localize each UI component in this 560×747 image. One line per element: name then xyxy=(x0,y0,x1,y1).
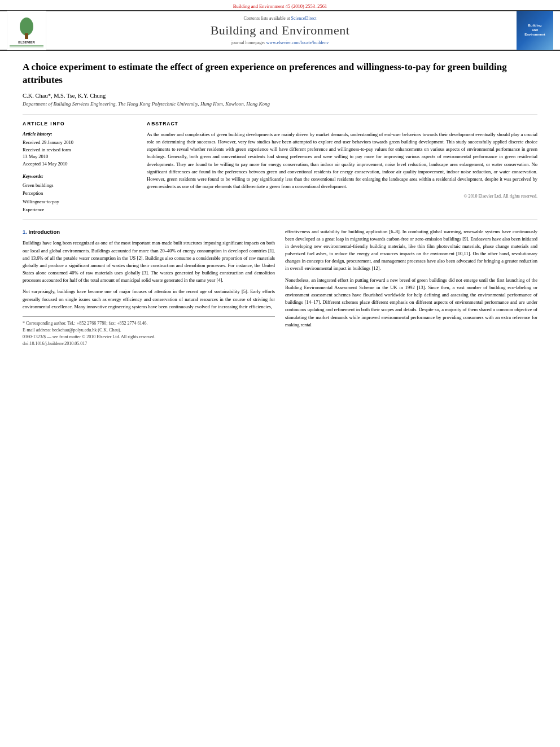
accepted-date: Accepted 14 May 2010 xyxy=(23,160,135,168)
keyword-1: Green buildings xyxy=(23,181,135,189)
journal-header: ELSEVIER Contents lists available at Sci… xyxy=(0,10,560,51)
section-number: 1. xyxy=(23,229,27,235)
body-section: 1. Introduction Buildings have long been… xyxy=(23,228,537,347)
footnote-issn: 0360-1323/$ — see front matter © 2010 El… xyxy=(23,334,275,340)
elsevier-logo: ELSEVIER xyxy=(7,11,46,50)
abstract-heading: Abstract xyxy=(147,121,537,126)
section-title-text: Introduction xyxy=(29,229,60,235)
article-info-column: Article Info Article history: Received 2… xyxy=(23,121,135,214)
abstract-column: Abstract As the number and complexities … xyxy=(147,121,537,214)
journal-ref-text: Building and Environment 45 (2010) 2553–… xyxy=(233,3,327,9)
keywords-section: Keywords: Green buildings Perception Wil… xyxy=(23,173,135,214)
sciencedirect-label: Contents lists available at ScienceDirec… xyxy=(7,16,553,21)
keyword-4: Experience xyxy=(23,206,135,213)
journal-homepage-link[interactable]: www.elsevier.com/locate/buildenv xyxy=(266,40,329,45)
footnote-corresponding: * Corresponding author. Tel.: +852 2766 … xyxy=(23,320,275,327)
body-right-column: effectiveness and suitability for buildi… xyxy=(285,228,537,347)
body-left-column: 1. Introduction Buildings have long been… xyxy=(23,228,275,347)
right-paragraph-2: Nonetheless, an integrated effort in put… xyxy=(285,277,537,329)
footnotes: * Corresponding author. Tel.: +852 2766 … xyxy=(23,316,275,347)
journal-reference: Building and Environment 45 (2010) 2553–… xyxy=(0,0,560,10)
received-revised-label: Received in revised form xyxy=(23,146,135,154)
keyword-2: Perception xyxy=(23,189,135,197)
article-history: Received 29 January 2010 Received in rev… xyxy=(23,139,135,168)
received-date: Received 29 January 2010 xyxy=(23,139,135,146)
keyword-3: Willingness-to-pay xyxy=(23,198,135,206)
authors: C.K. Chau*, M.S. Tse, K.Y. Chung xyxy=(23,93,537,99)
svg-rect-2 xyxy=(25,33,28,39)
copyright: © 2010 Elsevier Ltd. All rights reserved… xyxy=(147,194,537,199)
journal-homepage: journal homepage: www.elsevier.com/locat… xyxy=(7,40,553,45)
main-content: A choice experiment to estimate the effe… xyxy=(0,51,560,353)
right-paragraph-1: effectiveness and suitability for buildi… xyxy=(285,228,537,273)
abstract-text: As the number and complexities of green … xyxy=(147,131,537,190)
history-label: Article history: xyxy=(23,131,135,137)
paper-title: A choice experiment to estimate the effe… xyxy=(23,61,537,87)
footnote-doi: doi:10.1016/j.buildenv.2010.05.017 xyxy=(23,340,275,347)
svg-text:ELSEVIER: ELSEVIER xyxy=(18,41,35,44)
article-info-heading: Article Info xyxy=(23,121,135,126)
footnote-email: E-mail address: beckchau@polyu.edu.hk (C… xyxy=(23,327,275,334)
affiliation: Department of Building Services Engineer… xyxy=(23,101,537,107)
intro-paragraph-2: Not surprisingly, buildings have become … xyxy=(23,288,275,311)
revised-date: 13 May 2010 xyxy=(23,153,135,160)
sciencedirect-link[interactable]: ScienceDirect xyxy=(291,16,317,21)
intro-paragraph-1: Buildings have long been recognized as o… xyxy=(23,239,275,284)
introduction-heading: 1. Introduction xyxy=(23,228,275,237)
article-info-abstract-section: Article Info Article history: Received 2… xyxy=(23,115,537,220)
journal-title: Building and Environment xyxy=(7,23,553,38)
journal-header-center: Contents lists available at ScienceDirec… xyxy=(7,16,553,45)
keywords-label: Keywords: xyxy=(23,173,135,179)
svg-point-1 xyxy=(20,18,33,36)
building-environment-logo: Building and Environment xyxy=(517,11,553,50)
